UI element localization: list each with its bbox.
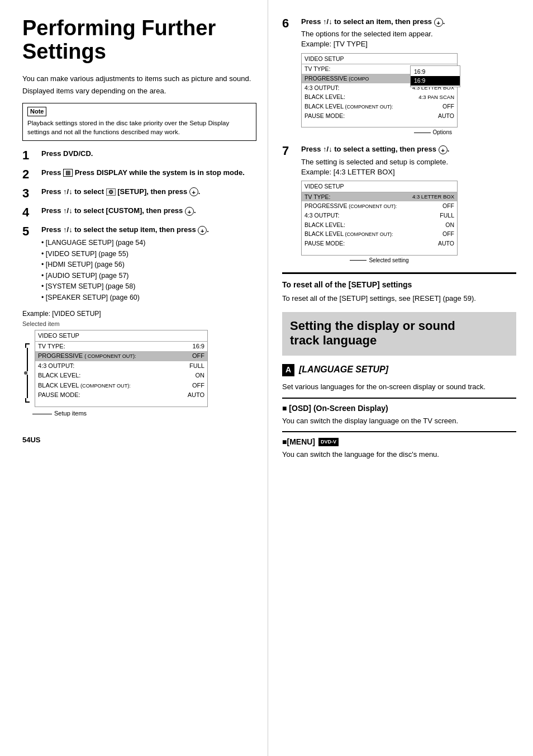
- table-empty-row: [35, 400, 208, 407]
- t1-row-4: BLACK LEVEL: 4:3 PAN SCAN: [302, 92, 458, 102]
- step-6-num: 6: [282, 17, 298, 30]
- t2-r3-val: FULL: [403, 211, 458, 220]
- t2-row-4: BLACK LEVEL: ON: [302, 220, 458, 230]
- step-5-sublist: [LANGUAGE SETUP] (page 54) [VIDEO SETUP]…: [41, 238, 256, 303]
- t2-r4-label: BLACK LEVEL:: [302, 220, 403, 230]
- t2-empty-row: [302, 248, 458, 256]
- selected-setting-arrow: [350, 260, 367, 261]
- t2-r1-val: 4:3 LETTER BOX: [403, 192, 458, 201]
- sublist-item-2: [VIDEO SETUP] (page 55): [41, 249, 256, 259]
- sublist-item-3: [HDMI SETUP] (page 56): [41, 260, 256, 270]
- note-box: Note Playback settings stored in the dis…: [22, 103, 256, 141]
- t1-empty-row: [302, 120, 458, 127]
- step-4: 4 Press ↑/↓ to select [CUSTOM], then pre…: [22, 206, 256, 219]
- title-line2: Settings: [22, 40, 106, 63]
- step-2: 2 Press ⊞ Press DISPLAY while the system…: [22, 168, 256, 181]
- t2-r3-label: 4:3 OUTPUT:: [302, 211, 403, 220]
- table2: VIDEO SETUP TV TYPE: 4:3 LETTER BOX PROG…: [301, 181, 458, 256]
- step-2-label: Press DISPLAY while the system is in sto…: [75, 168, 245, 177]
- t1-r4-val: 4:3 PAN SCAN: [403, 92, 458, 102]
- t1-r1-label: TV TYPE:: [302, 64, 403, 74]
- t2-r1-label: TV TYPE:: [302, 192, 403, 201]
- t1-r4-label: BLACK LEVEL:: [302, 92, 403, 102]
- step-1-content: Press DVD/CD.: [41, 149, 256, 159]
- reset-section: To reset all of the [SETUP] settings To …: [282, 272, 516, 304]
- menu-title-prefix: ■: [282, 437, 287, 448]
- t2-row-3: 4:3 OUTPUT: FULL: [302, 211, 458, 220]
- menu-section: ■ [MENU] DVD-V You can switch the langua…: [282, 431, 516, 460]
- step-7: 7 Press ↑/↓ to select a setting, then pr…: [282, 144, 516, 264]
- table-row-3-val: FULL: [177, 361, 208, 371]
- bracket-bottom: [25, 398, 30, 403]
- note-text-content: Playback settings stored in the disc tak…: [27, 120, 229, 135]
- t2-r2-val: OFF: [403, 201, 458, 211]
- sublist-item-1: [LANGUAGE SETUP] (page 54): [41, 238, 256, 248]
- enter-icon-5: +: [198, 226, 207, 235]
- right-column: 6 Press ↑/↓ to select an item, then pres…: [268, 0, 533, 756]
- selected-setting-label: Selected setting: [369, 257, 408, 264]
- step-6-example: Example: [TV TYPE]: [301, 39, 516, 49]
- t2-r5-label: BLACK LEVEL (COMPONENT OUT):: [302, 229, 403, 239]
- bracket-container: [22, 330, 32, 403]
- step-7-num: 7: [282, 144, 298, 158]
- page-number-container: 54US: [22, 435, 256, 445]
- step-5-content: Press ↑/↓ to select the setup item, then…: [41, 225, 256, 304]
- step-5-num: 5: [22, 225, 38, 238]
- table-row-5-label: BLACK LEVEL (COMPONENT OUT):: [35, 381, 177, 390]
- setup-items-arrow: [32, 414, 52, 414]
- osd-section: [OSD] (On-Screen Display) You can switch…: [282, 398, 516, 427]
- sublist-item-4: [AUDIO SETUP] (page 57): [41, 271, 256, 281]
- intro-text-1: You can make various adjustments to item…: [22, 74, 256, 84]
- selected-setting-row: Selected setting: [301, 257, 458, 264]
- menu-text: You can switch the language for the disc…: [282, 450, 516, 460]
- setup-diagram: VIDEO SETUP TV TYPE: 16:9 PROGRESSIVE ( …: [22, 330, 256, 408]
- step-6: 6 Press ↑/↓ to select an item, then pres…: [282, 17, 516, 136]
- table-row-5: BLACK LEVEL (COMPONENT OUT): OFF: [35, 381, 208, 390]
- step-6-text: Press ↑/↓ to select an item, then press …: [301, 17, 445, 26]
- lang-setup-desc: Set various languages for the on-screen …: [282, 382, 516, 392]
- setup-items-label: Setup items: [54, 409, 87, 418]
- step-7-example: Example: [4:3 LETTER BOX]: [301, 167, 516, 177]
- t2-row-6: PAUSE MODE: AUTO: [302, 239, 458, 248]
- setting-display-section: Setting the display or sound track langu…: [282, 312, 516, 356]
- t1-r5-label: BLACK LEVEL (COMPONENT OUT):: [302, 102, 403, 111]
- t1-row-6: PAUSE MODE: AUTO: [302, 111, 458, 121]
- t1-row-5: BLACK LEVEL (COMPONENT OUT): OFF: [302, 102, 458, 111]
- t2-r2-label: PROGRESSIVE (COMPONENT OUT):: [302, 201, 403, 211]
- table-row-4-val: ON: [177, 371, 208, 380]
- table-row-1-val: 16:9: [177, 342, 208, 352]
- option-169: 16:9: [411, 67, 460, 77]
- page-number: 54US: [22, 436, 41, 444]
- osd-text: You can switch the display language on t…: [282, 416, 516, 426]
- language-setup-header: A [LANGUAGE SETUP]: [282, 363, 516, 376]
- table-row-6-label: PAUSE MODE:: [35, 390, 177, 400]
- table1-container: VIDEO SETUP TV TYPE: 16:9 PROGRESSIVE (C…: [301, 53, 458, 137]
- table-row-4-label: BLACK LEVEL:: [35, 371, 177, 380]
- t2-r6-label: PAUSE MODE:: [302, 239, 403, 248]
- step-7-desc1: The setting is selected and setup is com…: [301, 157, 516, 167]
- lang-icon: A: [282, 364, 294, 376]
- t1-r6-label: PAUSE MODE:: [302, 111, 403, 121]
- lang-setup-title: [LANGUAGE SETUP]: [299, 363, 388, 376]
- t1-r6-val: AUTO: [403, 111, 458, 121]
- options-label: Options: [433, 129, 452, 136]
- table-row-5-val: OFF: [177, 381, 208, 390]
- dvd-badge: DVD-V: [318, 438, 339, 446]
- table2-container: VIDEO SETUP TV TYPE: 4:3 LETTER BOX PROG…: [301, 181, 458, 264]
- option-43-letter: 16:9: [411, 76, 460, 86]
- options-label-row: Options: [301, 129, 452, 136]
- table-row-2-val: OFF: [177, 351, 208, 361]
- options-arrow: [414, 133, 431, 133]
- reset-title: To reset all of the [SETUP] settings: [282, 280, 516, 291]
- options-popup: 16:9 16:9: [410, 65, 460, 87]
- step-5-text: Press ↑/↓ to select the setup item, then…: [41, 225, 209, 234]
- step-1-text: Press DVD/CD.: [41, 149, 93, 158]
- t1-r2-label: PROGRESSIVE (COMPO: [302, 74, 403, 83]
- intro-text-2: Displayed items vary depending on the ar…: [22, 86, 256, 96]
- note-text: Playback settings stored in the disc tak…: [27, 119, 251, 136]
- setup-table-container: VIDEO SETUP TV TYPE: 16:9 PROGRESSIVE ( …: [35, 330, 208, 408]
- t2-row-5: BLACK LEVEL (COMPONENT OUT): OFF: [302, 229, 458, 239]
- step-6-content: Press ↑/↓ to select an item, then press …: [301, 17, 516, 136]
- table-row-1-label: TV TYPE:: [35, 342, 177, 352]
- menu-title-row: ■ [MENU] DVD-V: [282, 437, 516, 448]
